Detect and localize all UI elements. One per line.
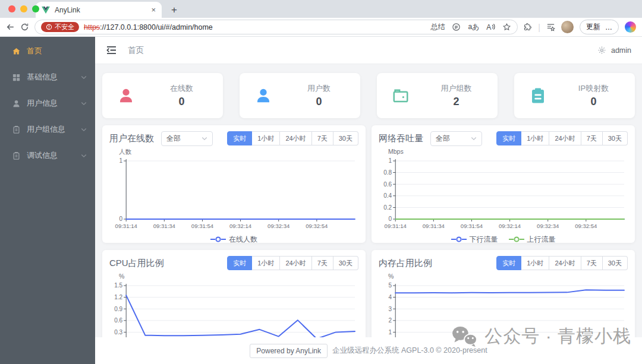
- range-button-4[interactable]: 30天: [333, 256, 358, 270]
- window-minimize-button[interactable]: [20, 5, 27, 12]
- svg-text:09:32:14: 09:32:14: [499, 223, 521, 229]
- range-button-3[interactable]: 7天: [581, 131, 603, 145]
- svg-text:0.4: 0.4: [383, 192, 392, 199]
- clipboard-icon: [12, 125, 21, 134]
- url-text: https://127.0.0.1:8800/ui/#/admin/home: [84, 23, 426, 31]
- favorites-icon[interactable]: [546, 23, 555, 31]
- range-button-1[interactable]: 1小时: [252, 256, 280, 270]
- range-button-4[interactable]: 30天: [603, 131, 628, 145]
- range-button-0[interactable]: 实时: [227, 131, 252, 145]
- line-chart: 00.20.40.60.8109:31:1409:31:3409:31:5409…: [379, 156, 628, 233]
- range-button-2[interactable]: 24小时: [549, 256, 581, 270]
- svg-text:1: 1: [389, 158, 392, 164]
- sidebar-item-label: 用户信息: [27, 98, 75, 109]
- svg-text:09:32:54: 09:32:54: [306, 223, 328, 229]
- sidebar-item-user-info[interactable]: 用户信息: [0, 90, 95, 116]
- svg-text:09:31:54: 09:31:54: [461, 223, 483, 229]
- settings-gear-icon[interactable]: [597, 46, 606, 55]
- sidebar-item-basic-info[interactable]: 基础信息: [0, 64, 95, 90]
- new-tab-button[interactable]: +: [171, 5, 177, 15]
- update-button[interactable]: 更新 …: [580, 20, 619, 34]
- powered-by-link[interactable]: Powered by AnyLink: [250, 344, 328, 358]
- svg-text:5: 5: [389, 283, 392, 289]
- window-zoom-button[interactable]: [32, 5, 39, 12]
- range-button-3[interactable]: 7天: [312, 131, 333, 145]
- browser-tab[interactable]: AnyLink ×: [36, 2, 162, 18]
- range-button-0[interactable]: 实时: [227, 256, 252, 270]
- range-button-4[interactable]: 30天: [333, 131, 358, 145]
- legend-marker-icon: [451, 236, 467, 242]
- security-badge[interactable]: 不安全: [41, 22, 79, 32]
- copilot-icon[interactable]: [625, 21, 636, 33]
- tab-close-icon[interactable]: ×: [151, 6, 156, 14]
- legend-label: 在线人数: [229, 235, 257, 243]
- range-button-1[interactable]: 1小时: [521, 256, 549, 270]
- legend-marker-icon: [210, 236, 226, 242]
- range-button-1[interactable]: 1小时: [521, 131, 549, 145]
- browser-tab-strip: AnyLink × +: [0, 0, 642, 18]
- panel-user-online: 用户在线数 全部 实时1小时24小时7天30天 人数 0109:31:1409:…: [102, 125, 366, 243]
- profile-avatar[interactable]: [561, 21, 574, 33]
- svg-text:0.9: 0.9: [114, 306, 122, 312]
- svg-text:09:32:34: 09:32:34: [537, 223, 559, 229]
- time-range-buttons: 实时1小时24小时7天30天: [496, 256, 628, 270]
- address-bar[interactable]: 不安全 https://127.0.0.1:8800/ui/#/admin/ho…: [34, 20, 518, 34]
- svg-text:0.6: 0.6: [114, 317, 122, 324]
- legend-marker-icon: [509, 236, 524, 242]
- legend-item[interactable]: 上行流量: [509, 235, 556, 243]
- range-button-0[interactable]: 实时: [496, 131, 521, 145]
- sidebar-item-user-group-info[interactable]: 用户组信息: [0, 116, 95, 143]
- panel-title: CPU占用比例: [109, 258, 164, 269]
- url-scheme: https: [84, 23, 100, 31]
- sidebar-item-debug-info[interactable]: 调试信息: [0, 143, 95, 169]
- svg-text:4: 4: [389, 294, 392, 300]
- collapse-sidebar-icon[interactable]: [106, 46, 117, 55]
- scope-select[interactable]: 全部: [430, 131, 482, 146]
- breadcrumb: 首页: [128, 45, 144, 56]
- stat-label: 用户组数: [424, 83, 488, 94]
- range-button-3[interactable]: 7天: [312, 256, 333, 270]
- security-badge-label: 不安全: [55, 23, 74, 31]
- translate-icon[interactable]: aあ: [468, 22, 479, 32]
- y-axis-name: %: [109, 273, 358, 281]
- range-button-1[interactable]: 1小时: [252, 131, 280, 145]
- bookmark-star-icon[interactable]: [502, 23, 511, 31]
- person-icon: [102, 87, 150, 105]
- stat-label: IP映射数: [562, 83, 625, 94]
- person-icon: [12, 99, 21, 108]
- toolbar-divider: |: [538, 23, 540, 32]
- scope-select[interactable]: 全部: [161, 131, 213, 146]
- range-button-2[interactable]: 24小时: [549, 131, 581, 145]
- range-button-3[interactable]: 7天: [581, 256, 603, 270]
- svg-text:1.5: 1.5: [114, 283, 122, 289]
- legend-item[interactable]: 下行流量: [451, 235, 498, 243]
- summarize-button[interactable]: 总结: [430, 22, 445, 32]
- svg-text:0: 0: [119, 216, 123, 223]
- more-menu-icon: …: [605, 23, 612, 31]
- legend-item[interactable]: 在线人数: [210, 235, 257, 243]
- range-button-4[interactable]: 30天: [603, 256, 628, 270]
- read-aloud-icon[interactable]: A: [486, 23, 495, 31]
- reload-icon[interactable]: [20, 23, 29, 31]
- sidebar-item-label: 调试信息: [27, 150, 75, 161]
- svg-text:2: 2: [389, 317, 392, 324]
- sidebar-item-home[interactable]: 首页: [0, 38, 95, 64]
- tab-title: AnyLink: [55, 6, 146, 14]
- sidebar-item-label: 用户组信息: [27, 124, 75, 135]
- extensions-icon[interactable]: [523, 23, 532, 31]
- user-menu[interactable]: admin: [611, 46, 631, 55]
- reading-mode-icon[interactable]: [452, 23, 461, 31]
- chart-legend: 在线人数: [109, 233, 358, 243]
- stat-text: IP映射数0: [562, 83, 635, 108]
- y-axis-name: Mbps: [379, 148, 628, 156]
- svg-text:09:32:54: 09:32:54: [575, 223, 597, 229]
- chevron-down-icon: [202, 137, 207, 141]
- stat-label: 用户数: [287, 83, 351, 94]
- stat-text: 在线数0: [150, 83, 223, 108]
- range-button-0[interactable]: 实时: [496, 256, 521, 270]
- back-icon[interactable]: [6, 23, 15, 31]
- range-button-2[interactable]: 24小时: [280, 256, 311, 270]
- person-icon: [240, 87, 287, 105]
- range-button-2[interactable]: 24小时: [280, 131, 311, 145]
- window-close-button[interactable]: [8, 5, 15, 12]
